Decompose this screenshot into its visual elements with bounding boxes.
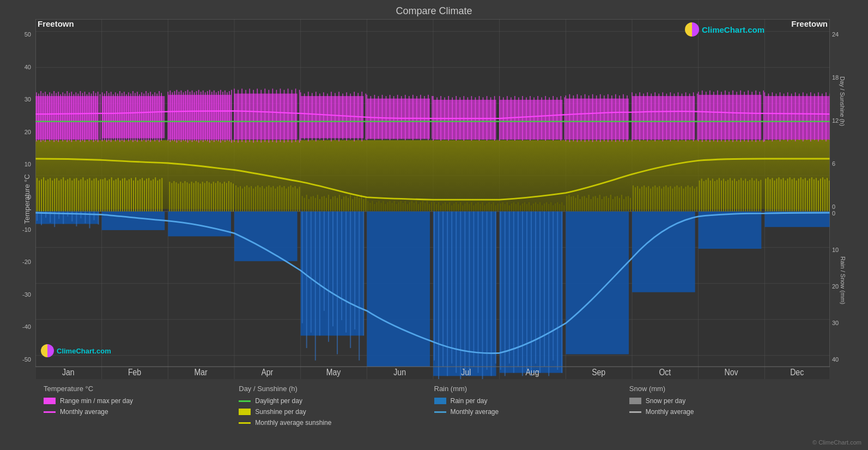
svg-rect-322 bbox=[696, 187, 697, 212]
svg-rect-360 bbox=[783, 178, 784, 211]
svg-rect-68 bbox=[131, 178, 132, 211]
svg-rect-74 bbox=[144, 181, 145, 212]
svg-rect-200 bbox=[427, 201, 428, 211]
svg-rect-61 bbox=[116, 179, 117, 212]
svg-rect-52 bbox=[96, 178, 97, 211]
legend-line-temp-avg bbox=[44, 411, 56, 413]
svg-rect-391 bbox=[632, 212, 695, 292]
svg-rect-378 bbox=[822, 177, 823, 212]
svg-rect-32 bbox=[52, 181, 53, 212]
svg-rect-138 bbox=[290, 185, 292, 212]
svg-rect-34 bbox=[56, 178, 57, 211]
svg-rect-169 bbox=[359, 198, 360, 212]
svg-rect-271 bbox=[584, 196, 585, 211]
svg-rect-438 bbox=[495, 212, 496, 364]
svg-rect-288 bbox=[621, 195, 622, 212]
svg-rect-308 bbox=[665, 185, 666, 212]
svg-rect-260 bbox=[559, 204, 560, 212]
svg-rect-277 bbox=[597, 198, 598, 212]
svg-rect-359 bbox=[781, 179, 782, 212]
svg-rect-428 bbox=[451, 212, 452, 364]
svg-rect-425 bbox=[438, 212, 439, 379]
svg-rect-380 bbox=[827, 178, 828, 211]
svg-rect-82 bbox=[161, 178, 162, 211]
svg-rect-197 bbox=[420, 202, 421, 212]
svg-rect-122 bbox=[255, 187, 256, 212]
svg-rect-217 bbox=[464, 203, 465, 212]
svg-rect-450 bbox=[548, 212, 549, 376]
svg-rect-300 bbox=[648, 186, 649, 212]
svg-rect-81 bbox=[159, 179, 160, 212]
chart-svg: Jan Feb Mar Apr May Jun Jul Aug Sep Oct … bbox=[35, 19, 830, 379]
svg-rect-420 bbox=[350, 212, 351, 348]
svg-rect-249 bbox=[535, 202, 536, 212]
svg-rect-417 bbox=[337, 212, 338, 355]
svg-rect-387 bbox=[367, 212, 430, 367]
svg-rect-264 bbox=[568, 195, 569, 212]
svg-text:Mar: Mar bbox=[195, 367, 208, 377]
svg-rect-418 bbox=[341, 212, 342, 320]
svg-rect-309 bbox=[667, 187, 669, 211]
svg-rect-121 bbox=[253, 189, 254, 212]
svg-rect-190 bbox=[405, 201, 406, 211]
svg-rect-172 bbox=[365, 196, 366, 211]
svg-rect-431 bbox=[464, 212, 465, 370]
svg-rect-426 bbox=[442, 212, 444, 367]
svg-rect-430 bbox=[460, 212, 461, 379]
svg-rect-99 bbox=[204, 183, 205, 211]
svg-rect-412 bbox=[315, 212, 316, 361]
svg-rect-147 bbox=[311, 196, 312, 211]
svg-rect-142 bbox=[299, 187, 300, 212]
svg-rect-209 bbox=[447, 204, 448, 212]
svg-rect-97 bbox=[200, 184, 201, 212]
svg-rect-274 bbox=[591, 199, 592, 212]
svg-rect-411 bbox=[311, 212, 312, 333]
svg-rect-129 bbox=[270, 187, 271, 211]
svg-rect-229 bbox=[491, 204, 492, 212]
svg-rect-27 bbox=[41, 179, 42, 212]
svg-rect-124 bbox=[259, 187, 260, 211]
svg-rect-53 bbox=[98, 181, 99, 212]
svg-rect-166 bbox=[352, 199, 353, 212]
svg-rect-255 bbox=[548, 204, 549, 212]
svg-rect-292 bbox=[630, 198, 631, 212]
svg-rect-134 bbox=[281, 187, 282, 211]
svg-rect-71 bbox=[137, 181, 138, 212]
svg-rect-203 bbox=[434, 202, 435, 212]
svg-rect-55 bbox=[102, 179, 104, 212]
svg-rect-50 bbox=[92, 181, 93, 212]
svg-rect-40 bbox=[69, 178, 70, 211]
svg-rect-385 bbox=[234, 212, 298, 261]
svg-rect-236 bbox=[507, 202, 508, 212]
svg-rect-379 bbox=[824, 179, 825, 212]
svg-rect-276 bbox=[595, 196, 596, 211]
svg-rect-443 bbox=[518, 212, 519, 367]
svg-rect-247 bbox=[531, 205, 532, 211]
svg-rect-161 bbox=[341, 199, 342, 212]
svg-rect-101 bbox=[209, 182, 210, 211]
svg-rect-104 bbox=[215, 183, 216, 211]
svg-rect-413 bbox=[319, 212, 320, 336]
svg-rect-250 bbox=[537, 204, 538, 212]
svg-rect-313 bbox=[676, 185, 677, 212]
svg-rect-231 bbox=[495, 205, 496, 211]
svg-rect-332 bbox=[719, 178, 720, 211]
logo-text-top: ClimeChart.com bbox=[702, 25, 764, 34]
svg-rect-130 bbox=[272, 186, 274, 212]
svg-rect-48 bbox=[87, 179, 88, 212]
svg-rect-305 bbox=[659, 186, 660, 212]
svg-rect-98 bbox=[202, 182, 203, 212]
svg-rect-456 bbox=[168, 95, 231, 140]
svg-rect-320 bbox=[692, 186, 693, 212]
y-axis-right-mid-label: Rain / Snow (mm) bbox=[840, 256, 846, 304]
svg-rect-416 bbox=[332, 212, 333, 327]
page-container: Compare Climate Temperature °C 50 40 30 … bbox=[0, 0, 868, 450]
svg-rect-45 bbox=[80, 179, 81, 212]
svg-rect-439 bbox=[500, 212, 501, 370]
svg-rect-186 bbox=[396, 204, 397, 212]
svg-rect-51 bbox=[94, 178, 95, 211]
legend-label-daylight: Daylight per day bbox=[255, 397, 302, 405]
svg-rect-270 bbox=[582, 196, 583, 211]
svg-rect-256 bbox=[550, 202, 551, 212]
legend-item-rain-avg: Monthly average bbox=[434, 408, 629, 416]
